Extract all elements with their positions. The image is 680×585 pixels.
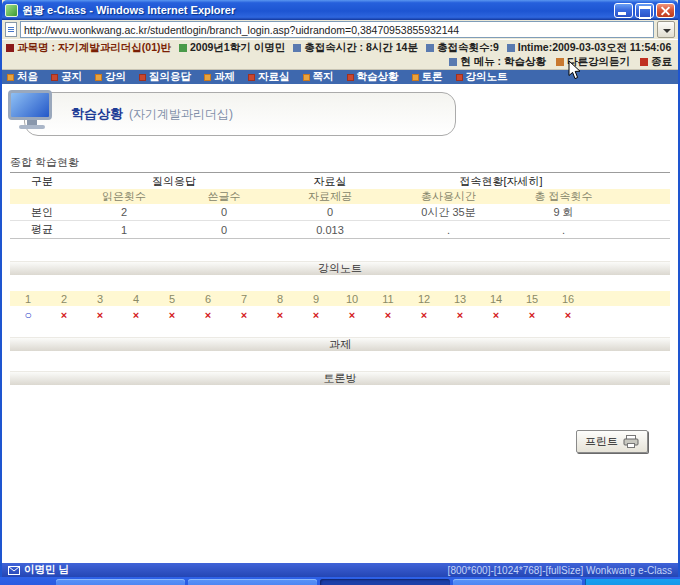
nav-item-archive[interactable]: 자료실 — [248, 70, 290, 84]
note-status-missed-icon[interactable]: × — [154, 309, 190, 321]
note-status-missed-icon[interactable]: × — [298, 309, 334, 321]
nav-item-qna[interactable]: 질의응답 — [139, 70, 191, 84]
note-number: 1 — [10, 293, 46, 305]
taskbar-button-chat[interactable]: 범민철 (시 로딩딩 — [453, 579, 582, 585]
note-status-missed-icon[interactable]: × — [478, 309, 514, 321]
col-qna: 질의응답 — [74, 174, 274, 189]
col-category: 구분 — [10, 174, 74, 189]
page-content: 학습상황 (자기계발과리더십) 종합 학습현황 구분 질의응답 자료실 접속현황… — [2, 84, 678, 563]
print-button[interactable]: 프린트 — [576, 430, 648, 453]
printer-icon — [623, 435, 639, 448]
subcol-provide: 자료제공 — [274, 189, 386, 204]
window-titlebar: 원광 e-Class - Windows Internet Explorer — [2, 0, 678, 20]
note-status-missed-icon[interactable]: × — [118, 309, 154, 321]
cell-usetime: . — [386, 224, 511, 236]
os-taskbar: 허영민 (허영민) 님 원광대학교 e-clas 원광 e-Class - Wi… — [0, 577, 680, 585]
nav-bullet-icon — [412, 74, 419, 81]
document-icon — [5, 22, 17, 37]
taskbar-button-messenger[interactable]: 허영민 (허영민) 님 — [56, 579, 185, 585]
nav-item-message[interactable]: 쪽지 — [303, 70, 334, 84]
nav-bullet-icon — [139, 74, 146, 81]
note-status-missed-icon[interactable]: × — [370, 309, 406, 321]
nav-bullet-icon — [303, 74, 310, 81]
menu-status-bar: 현 메뉴 : 학습상황 다른강의듣기 종료 — [2, 55, 678, 70]
note-number: 11 — [370, 293, 406, 305]
note-status-missed-icon[interactable]: × — [82, 309, 118, 321]
nav-item-assignment[interactable]: 과제 — [204, 70, 235, 84]
note-number: 15 — [514, 293, 550, 305]
status-user: 이명민 님 — [24, 563, 69, 577]
address-input[interactable] — [20, 21, 654, 38]
discussion-title: 토론방 — [324, 371, 357, 386]
nav-item-discussion[interactable]: 토론 — [412, 70, 443, 84]
page-subtitle: (자기계발과리더십) — [129, 106, 233, 123]
lecture-notes-header: 강의노트 — [10, 261, 670, 275]
system-tray[interactable]: 100% 오전 — [585, 579, 680, 585]
current-menu-label: 현 메뉴 : 학습상황 — [449, 55, 546, 69]
row-label: 평균 — [10, 222, 74, 237]
note-number: 16 — [550, 293, 586, 305]
mail-icon[interactable] — [8, 566, 20, 575]
cell-write: 0 — [174, 206, 274, 218]
nav-bullet-icon — [51, 74, 58, 81]
clock-icon — [293, 44, 301, 52]
note-status-missed-icon[interactable]: × — [406, 309, 442, 321]
note-status-missed-icon[interactable]: × — [334, 309, 370, 321]
course-name: 과목명 : 자기계발과리더십(01)반 — [6, 41, 171, 55]
cell-provide: 0.013 — [274, 224, 386, 236]
exit-link[interactable]: 종료 — [640, 55, 672, 69]
page-favicon-icon — [5, 4, 18, 17]
semester-user: 2009년1학기 이명민 — [179, 41, 285, 55]
other-lectures-link[interactable]: 다른강의듣기 — [556, 55, 630, 69]
cell-count: 9 회 — [511, 205, 616, 220]
taskbar-button-wonkwang-site[interactable]: 원광대학교 e-clas — [188, 579, 317, 585]
nav-item-lecture-notes[interactable]: 강의노트 — [456, 70, 508, 84]
discussion-header: 토론방 — [10, 371, 670, 385]
note-status-missed-icon[interactable]: × — [226, 309, 262, 321]
status-bar: 이명민 님 [800*600]-[1024*768]-[fullSize] Wo… — [2, 563, 678, 577]
page-header: 학습상황 (자기계발과리더십) — [2, 84, 678, 142]
table-row-average: 평균 1 0 0.013 . . — [10, 221, 670, 238]
nav-bullet-icon — [347, 74, 354, 81]
address-dropdown-button[interactable] — [657, 21, 675, 38]
access-detail-link[interactable]: [자세히] — [503, 175, 542, 187]
total-access-time: 총접속시간 : 8시간 14분 — [293, 41, 418, 55]
note-status-missed-icon[interactable]: × — [514, 309, 550, 321]
login-intime: Intime:2009-03-03오전 11:54:06 — [507, 41, 672, 55]
cell-read: 2 — [74, 206, 174, 218]
nav-item-home[interactable]: 처음 — [7, 70, 38, 84]
nav-item-lecture[interactable]: 강의 — [95, 70, 126, 84]
note-status-open-icon[interactable]: ○ — [10, 308, 46, 322]
subcol-read: 읽은횟수 — [74, 189, 174, 204]
nav-item-notice[interactable]: 공지 — [51, 70, 82, 84]
course-info-bar: 과목명 : 자기계발과리더십(01)반 2009년1학기 이명민 총접속시간 :… — [2, 40, 678, 55]
note-status-missed-icon[interactable]: × — [46, 309, 82, 321]
col-access: 접속현황[자세히] — [386, 174, 616, 189]
grid-icon — [556, 58, 564, 66]
lecture-notes-numbers: 1 2 3 4 5 6 7 8 9 10 11 12 13 14 15 16 — [10, 291, 670, 306]
maximize-button[interactable] — [635, 3, 654, 18]
counter-icon — [426, 44, 434, 52]
note-status-missed-icon[interactable]: × — [190, 309, 226, 321]
nav-item-progress[interactable]: 학습상황 — [347, 70, 399, 84]
note-number: 14 — [478, 293, 514, 305]
taskbar-button-eclass-active[interactable]: 원광 e-Class - Wi — [320, 579, 449, 585]
cell-count: . — [511, 224, 616, 236]
note-number: 12 — [406, 293, 442, 305]
lecture-notes-status: ○ × × × × × × × × × × × × × × × — [10, 306, 670, 324]
assignment-header: 과제 — [10, 337, 670, 351]
cell-read: 1 — [74, 224, 174, 236]
nav-bullet-icon — [95, 74, 102, 81]
summary-table: 구분 질의응답 자료실 접속현황[자세히] 읽은횟수 쓴글수 자료제공 총사용시… — [10, 172, 670, 239]
note-number: 10 — [334, 293, 370, 305]
close-button[interactable] — [656, 3, 675, 18]
note-status-missed-icon[interactable]: × — [262, 309, 298, 321]
note-status-missed-icon[interactable]: × — [442, 309, 478, 321]
nav-bullet-icon — [7, 74, 14, 81]
minimize-button[interactable] — [614, 3, 633, 18]
note-number: 2 — [46, 293, 82, 305]
note-status-missed-icon[interactable]: × — [550, 309, 586, 321]
cell-write: 0 — [174, 224, 274, 236]
lecture-notes-title: 강의노트 — [318, 261, 362, 276]
note-number: 8 — [262, 293, 298, 305]
